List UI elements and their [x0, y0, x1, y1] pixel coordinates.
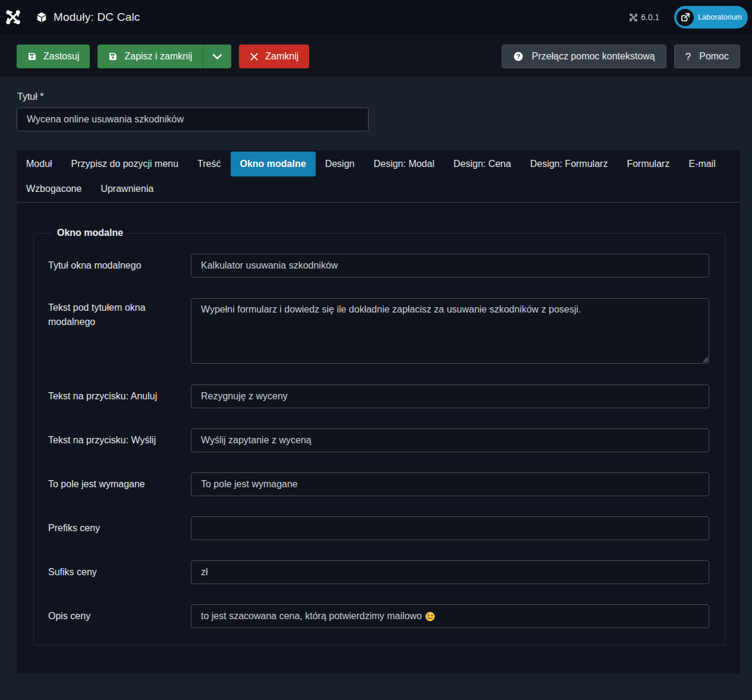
field-control-send-button-text: [191, 428, 709, 452]
field-row-price-prefix: Prefiks ceny: [48, 516, 709, 540]
toggle-contextual-help-button[interactable]: ? Przełącz pomoc kontekstową: [502, 45, 666, 68]
field-control-modal-subtitle: Wypełni formularz i dowiedz się ile dokł…: [191, 298, 709, 364]
price-suffix-input[interactable]: [191, 560, 709, 584]
tab-design-modal[interactable]: Design: Modal: [364, 152, 443, 176]
tab-panel-okno-modalne: Okno modalne Tytuł okna modalnegoTekst p…: [17, 203, 740, 673]
apply-label: Zastosuj: [43, 51, 79, 62]
toolbar-left: Zastosuj Zapisz i zamknij: [17, 45, 309, 68]
field-control-price-suffix: [191, 560, 709, 584]
price-prefix-input[interactable]: [191, 516, 709, 540]
tab-okno-modalne[interactable]: Okno modalne: [231, 152, 316, 176]
tab-przypisz-do-pozycji-menu[interactable]: Przypisz do pozycji menu: [62, 152, 188, 176]
field-row-modal-title: Tytuł okna modalnego: [48, 254, 709, 278]
joomla-logo-icon: [5, 10, 21, 25]
field-control-required-field-text: [191, 472, 709, 496]
tabs-card: ModułPrzypisz do pozycji menuTreśćOkno m…: [17, 150, 740, 673]
page-title: Moduły: DC Calc: [54, 11, 140, 24]
field-control-price-prefix: [191, 516, 709, 540]
field-row-modal-subtitle: Tekst pod tytułem okna modalnegoWypełni …: [48, 298, 709, 364]
field-label-price-suffix: Sufiks ceny: [48, 560, 191, 579]
cube-icon: [36, 11, 48, 23]
apply-button[interactable]: Zastosuj: [17, 45, 90, 68]
tab-moduł[interactable]: Moduł: [17, 152, 62, 176]
field-row-required-field-text: To pole jest wymagane: [48, 472, 709, 496]
joomla-version-icon: [629, 13, 638, 22]
field-label-cancel-button-text: Tekst na przycisku: Anuluj: [48, 384, 191, 403]
tab-design-formularz[interactable]: Design: Formularz: [521, 152, 618, 176]
required-field-text-input[interactable]: [191, 472, 709, 496]
title-input[interactable]: [17, 108, 369, 131]
save-icon: [108, 52, 118, 61]
save-close-label: Zapisz i zamknij: [124, 51, 192, 62]
version-info: 6.0.1: [629, 12, 659, 22]
field-label-price-description: Opis ceny: [48, 604, 191, 623]
circle-question-icon: ?: [513, 51, 524, 62]
tabs-nav: ModułPrzypisz do pozycji menuTreśćOkno m…: [17, 150, 740, 203]
main-content: Tytuł * ModułPrzypisz do pozycji menuTre…: [0, 92, 752, 673]
external-link-icon: [677, 9, 694, 26]
toggle-contextual-help-label: Przełącz pomoc kontekstową: [532, 51, 655, 62]
field-control-modal-title: [191, 254, 709, 278]
close-button[interactable]: Zamknij: [239, 45, 309, 68]
laboratorium-button[interactable]: Laboratorium: [674, 6, 748, 29]
app-root: Moduły: DC Calc 6.0.1 Laboratorium Zasto…: [0, 0, 752, 673]
modal-subtitle-textarea[interactable]: Wypełni formularz i dowiedz się ile dokł…: [191, 298, 709, 364]
header-bar: Moduły: DC Calc 6.0.1 Laboratorium: [0, 0, 752, 34]
chevron-down-icon: [212, 53, 222, 60]
save-icon: [27, 52, 37, 61]
field-rows: Tytuł okna modalnegoTekst pod tytułem ok…: [48, 254, 709, 628]
field-row-price-suffix: Sufiks ceny: [48, 560, 709, 584]
field-row-send-button-text: Tekst na przycisku: Wyślij: [48, 428, 709, 452]
tab-design-cena[interactable]: Design: Cena: [444, 152, 521, 176]
field-label-modal-title: Tytuł okna modalnego: [48, 254, 191, 273]
close-label: Zamknij: [265, 51, 298, 62]
price-description-input[interactable]: [191, 604, 709, 628]
tab-design[interactable]: Design: [316, 152, 364, 176]
save-options-dropdown-button[interactable]: [203, 45, 231, 68]
send-button-text-input[interactable]: [191, 428, 709, 452]
save-close-button[interactable]: Zapisz i zamknij: [97, 45, 203, 68]
toolbar: Zastosuj Zapisz i zamknij: [0, 34, 752, 77]
toolbar-right: ? Przełącz pomoc kontekstową ? Pomoc: [502, 45, 740, 68]
field-row-price-description: Opis cenyto jest szacowana cena, którą p…: [48, 604, 709, 628]
fieldset-legend: Okno modalne: [52, 228, 128, 238]
title-field-label: Tytuł *: [17, 92, 740, 102]
cancel-button-text-input[interactable]: [191, 384, 709, 408]
laboratorium-label: Laboratorium: [698, 13, 742, 21]
tab-uprawnienia[interactable]: Uprawnienia: [91, 176, 163, 201]
tab-formularz[interactable]: Formularz: [617, 152, 679, 176]
tab-e-mail[interactable]: E-mail: [679, 152, 725, 176]
help-label: Pomoc: [699, 51, 729, 62]
svg-text:?: ?: [516, 53, 520, 60]
help-button[interactable]: ? Pomoc: [674, 45, 740, 68]
field-control-cancel-button-text: [191, 384, 709, 408]
field-control-price-description: to jest szacowana cena, którą potwierdzi…: [191, 604, 709, 628]
field-label-send-button-text: Tekst na przycisku: Wyślij: [48, 428, 191, 447]
field-row-cancel-button-text: Tekst na przycisku: Anuluj: [48, 384, 709, 408]
modal-window-fieldset: Okno modalne Tytuł okna modalnegoTekst p…: [33, 228, 725, 645]
question-mark-icon: ?: [685, 52, 691, 62]
field-label-price-prefix: Prefiks ceny: [48, 516, 191, 535]
save-close-split-button: Zapisz i zamknij: [97, 45, 231, 68]
tab-wzbogacone[interactable]: Wzbogacone: [17, 176, 91, 201]
joomla-logo-button[interactable]: [0, 0, 26, 34]
modal-title-input[interactable]: [191, 254, 709, 278]
required-marker: *: [40, 92, 43, 102]
field-label-required-field-text: To pole jest wymagane: [48, 472, 191, 491]
close-x-icon: [250, 52, 259, 61]
field-label-modal-subtitle: Tekst pod tytułem okna modalnego: [48, 298, 191, 329]
tab-treść[interactable]: Treść: [188, 152, 230, 176]
version-number: 6.0.1: [641, 12, 659, 22]
